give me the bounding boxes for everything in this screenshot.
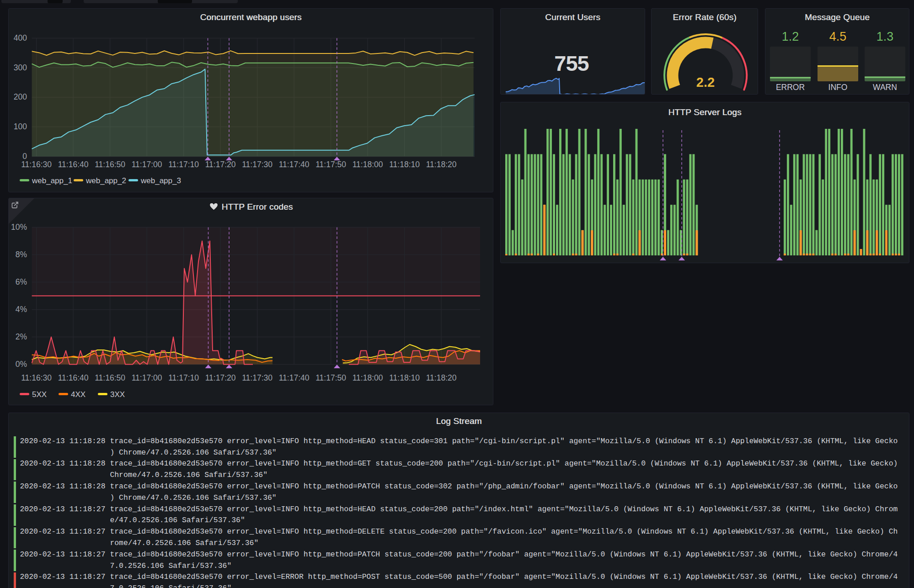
- svg-text:11:17:50: 11:17:50: [315, 373, 346, 382]
- svg-text:0%: 0%: [16, 360, 27, 369]
- svg-text:11:17:50: 11:17:50: [315, 160, 346, 169]
- svg-text:8%: 8%: [16, 250, 27, 259]
- svg-text:11:17:30: 11:17:30: [242, 373, 273, 382]
- svg-text:11:18:20: 11:18:20: [426, 160, 457, 169]
- svg-text:web_app_1: web_app_1: [32, 176, 72, 185]
- svg-text:4%: 4%: [16, 305, 27, 314]
- svg-text:11:18:10: 11:18:10: [389, 160, 420, 169]
- svg-text:200: 200: [14, 92, 27, 101]
- svg-text:11:18:10: 11:18:10: [389, 373, 420, 382]
- svg-text:web_app_3: web_app_3: [140, 176, 181, 185]
- svg-text:11:17:00: 11:17:00: [132, 373, 162, 382]
- svg-text:WARN: WARN: [873, 83, 897, 92]
- svg-text:web_app_2: web_app_2: [86, 176, 126, 185]
- svg-text:11:17:30: 11:17:30: [242, 160, 273, 169]
- svg-text:11:17:20: 11:17:20: [205, 160, 236, 169]
- svg-text:1.3: 1.3: [877, 30, 894, 43]
- svg-text:11:17:40: 11:17:40: [279, 373, 310, 382]
- svg-text:INFO: INFO: [828, 83, 848, 92]
- svg-text:11:18:20: 11:18:20: [426, 373, 457, 382]
- svg-text:11:17:40: 11:17:40: [279, 160, 310, 169]
- svg-text:11:16:40: 11:16:40: [58, 160, 89, 169]
- svg-text:0: 0: [22, 152, 27, 161]
- svg-text:11:18:00: 11:18:00: [353, 373, 383, 382]
- svg-text:11:17:20: 11:17:20: [205, 373, 236, 382]
- svg-text:4.5: 4.5: [829, 30, 847, 43]
- svg-text:1.2: 1.2: [782, 30, 799, 43]
- svg-text:2.2: 2.2: [696, 75, 715, 90]
- svg-text:11:18:00: 11:18:00: [353, 160, 383, 169]
- svg-text:300: 300: [14, 63, 27, 72]
- svg-text:11:16:50: 11:16:50: [95, 373, 125, 382]
- svg-text:2%: 2%: [16, 332, 27, 341]
- svg-text:11:17:10: 11:17:10: [168, 373, 199, 382]
- svg-text:3XX: 3XX: [110, 390, 125, 399]
- svg-text:4XX: 4XX: [71, 390, 86, 399]
- svg-text:400: 400: [14, 33, 27, 42]
- svg-text:755: 755: [554, 51, 588, 75]
- svg-text:10%: 10%: [11, 222, 27, 232]
- svg-text:11:16:30: 11:16:30: [21, 160, 52, 169]
- svg-text:5XX: 5XX: [32, 390, 47, 399]
- svg-text:ERROR: ERROR: [776, 83, 805, 92]
- svg-text:11:17:00: 11:17:00: [132, 160, 162, 169]
- svg-text:11:16:40: 11:16:40: [58, 373, 89, 382]
- svg-text:11:16:50: 11:16:50: [95, 160, 125, 169]
- svg-text:11:17:10: 11:17:10: [168, 160, 199, 169]
- svg-text:100: 100: [14, 122, 27, 131]
- svg-text:11:16:30: 11:16:30: [21, 373, 52, 382]
- svg-text:6%: 6%: [16, 277, 27, 286]
